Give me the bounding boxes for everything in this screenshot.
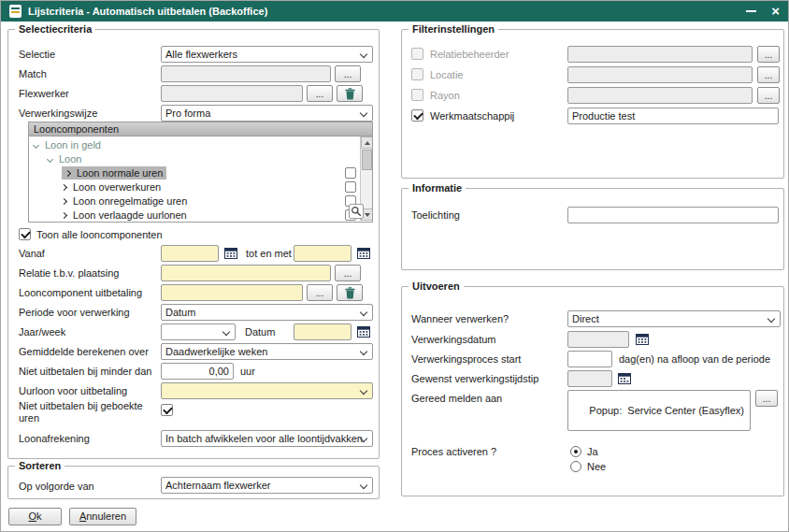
tree-item-loon-verlaagde-uurlonen[interactable]: Loon verlaagde uurlonen [62, 208, 187, 222]
magnifier-cursor-icon [349, 204, 364, 219]
gemiddelde-value: Daadwerkelijke weken [165, 346, 267, 357]
looncomponenten-header[interactable]: Looncomponenten [28, 122, 373, 137]
locatie-browse-button[interactable]: ... [757, 66, 780, 83]
jaarweek-datum-input[interactable] [294, 324, 351, 340]
gereed-melden-input[interactable]: Popup: Service Center (Easyflex) [567, 390, 751, 431]
gemiddelde-dropdown[interactable]: Daadwerkelijke weken [161, 343, 373, 360]
vanaf-to-calendar-icon[interactable] [356, 246, 371, 260]
tree-item-loon-overwerkuren[interactable]: Loon overwerkuren [62, 180, 161, 194]
tree-item-label: Loon in geld [45, 139, 101, 151]
chevron-down-icon [360, 309, 367, 316]
tree-item-loon[interactable]: Loon [48, 152, 81, 165]
locatie-checkbox[interactable] [411, 68, 423, 80]
wanneer-verwerken-value: Direct [572, 313, 599, 324]
relatie-plaatsing-input[interactable] [161, 265, 331, 281]
locatie-input[interactable] [567, 66, 753, 83]
proces-start-input[interactable] [567, 351, 612, 367]
selectie-dropdown[interactable]: Alle flexwerkers [161, 46, 373, 63]
werkmaatschappij-input[interactable]: Productie test [567, 108, 779, 124]
tree-item-loon-normale-uren[interactable]: Loon normale uren [62, 166, 166, 180]
toelichting-label: Toelichting [411, 209, 460, 221]
tijdstip-label: Gewenst verwerkingstijdstip [411, 373, 538, 384]
flexwerker-clear-button[interactable] [337, 85, 363, 102]
toon-alle-looncomponenten-checkbox[interactable] [19, 228, 31, 240]
uurloon-dropdown[interactable] [161, 382, 373, 399]
proces-activeren-ja-radio[interactable] [570, 446, 581, 457]
relatiebeheerder-input[interactable] [567, 46, 753, 63]
wanneer-verwerken-dropdown[interactable]: Direct [567, 310, 781, 327]
jaarweek-label: Jaar/week [19, 326, 65, 338]
geboekte-uren-checkbox[interactable] [161, 404, 173, 416]
chevron-right-icon [61, 211, 67, 218]
chevron-right-icon [61, 183, 67, 190]
werkmaatschappij-value: Productie test [572, 110, 635, 122]
tree-item-loon-in-geld[interactable]: Loon in geld [34, 138, 101, 151]
minimize-icon[interactable] [746, 10, 756, 12]
chevron-down-icon [360, 387, 367, 395]
group-title-filterinstellingen: Filterinstellingen [409, 23, 498, 35]
rayon-checkbox[interactable] [411, 89, 423, 101]
titlebar[interactable]: Lijstcriteria - Automatisch uitbetalen (… [1, 1, 788, 22]
trash-icon [345, 287, 355, 299]
selectie-label: Selectie [19, 49, 55, 60]
vanaf-to-input[interactable] [294, 245, 351, 262]
tree-checkbox-loon-overwerkuren[interactable] [345, 181, 356, 193]
proces-activeren-nee-label: Nee [587, 461, 606, 472]
verwerkingswijze-dropdown[interactable]: Pro forma [161, 105, 373, 122]
loonafrekening-value: In batch afwikkelen voor alle loontijdva… [165, 433, 363, 444]
app-icon [9, 5, 22, 18]
rayon-input[interactable] [567, 87, 753, 104]
chevron-right-icon [61, 197, 67, 204]
tree-item-loon-onregelmatige-uren[interactable]: Loon onregelmatige uren [62, 194, 187, 208]
looncomponent-uitbetaling-browse-button[interactable]: ... [307, 284, 333, 301]
dialog-lijstcriteria: Lijstcriteria - Automatisch uitbetalen (… [0, 0, 789, 532]
rayon-label: Rayon [430, 90, 460, 101]
jaarweek-calendar-icon[interactable] [356, 324, 371, 338]
tijdstip-calendar-icon[interactable] [617, 371, 632, 385]
annuleren-button[interactable]: Annuleren [69, 508, 136, 525]
relatiebeheerder-checkbox[interactable] [411, 48, 423, 60]
flexwerker-input[interactable] [161, 85, 303, 102]
group-uitvoeren: Uitvoeren Wanneer verwerken? Direct Verw… [401, 286, 784, 496]
close-icon[interactable]: × [771, 5, 780, 18]
match-browse-button[interactable]: ... [335, 65, 361, 82]
group-sorteren: Sorteren Op volgorde van Achternaam flex… [7, 466, 380, 499]
werkmaatschappij-checkbox[interactable] [411, 109, 423, 122]
looncomponenten-header-label: Looncomponenten [34, 123, 119, 135]
tijdstip-input[interactable] [567, 370, 612, 387]
scroll-up-icon[interactable] [361, 137, 373, 149]
jaarweek-dropdown[interactable] [161, 324, 236, 340]
scrollbar-thumb[interactable] [362, 150, 372, 170]
flexwerker-browse-button[interactable]: ... [307, 85, 333, 102]
loonafrekening-label: Loonafrekening [19, 433, 90, 444]
periode-verwerking-dropdown[interactable]: Datum [161, 304, 373, 321]
periode-verwerking-value: Datum [165, 307, 195, 318]
trash-icon [345, 88, 355, 100]
proces-activeren-nee-radio[interactable] [570, 461, 581, 472]
toelichting-input[interactable] [567, 207, 779, 223]
looncomponent-uitbetaling-input[interactable] [161, 284, 303, 301]
ok-button[interactable]: Ok [8, 508, 62, 525]
minder-dan-input[interactable]: 0,00 [161, 363, 234, 380]
vanaf-label: Vanaf [19, 248, 45, 259]
vanaf-from-calendar-icon[interactable] [223, 246, 238, 260]
verwerkingswijze-label: Verwerkingswijze [19, 108, 97, 119]
relatiebeheerder-browse-button[interactable]: ... [757, 46, 780, 63]
volgorde-label: Op volgorde van [19, 481, 94, 492]
group-filterinstellingen: Filterinstellingen Relatiebeheerder ... … [401, 29, 784, 179]
relatie-plaatsing-browse-button[interactable]: ... [335, 265, 361, 281]
volgorde-dropdown[interactable]: Achternaam flexwerker [161, 477, 373, 494]
rayon-browse-button[interactable]: ... [757, 87, 780, 104]
gereed-melden-label: Gereed melden aan [411, 393, 502, 404]
match-input[interactable] [161, 65, 331, 82]
looncomponent-uitbetaling-clear-button[interactable] [337, 284, 363, 301]
loonafrekening-dropdown[interactable]: In batch afwikkelen voor alle loontijdva… [161, 430, 373, 447]
group-title-selectiecriteria: Selectiecriteria [15, 23, 95, 35]
gereed-melden-browse-button[interactable]: ... [755, 390, 778, 407]
tree-checkbox-loon-normale-uren[interactable] [345, 167, 356, 179]
verwerkingsdatum-input[interactable] [567, 331, 629, 348]
vanaf-from-input[interactable] [161, 245, 219, 262]
verwerkingsdatum-calendar-icon[interactable] [635, 332, 650, 346]
proces-start-label: Verwerkingsproces start [411, 353, 521, 365]
group-title-sorteren: Sorteren [15, 460, 65, 471]
